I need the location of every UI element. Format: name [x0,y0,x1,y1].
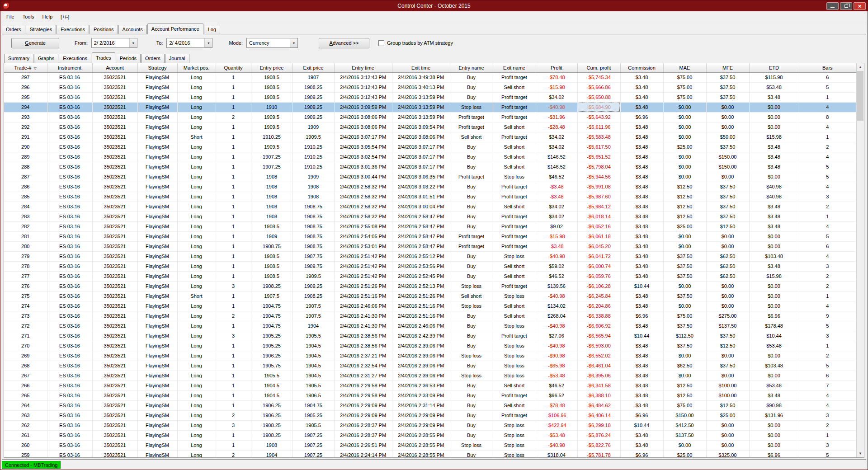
subtab-trades[interactable]: Trades [92,52,115,63]
menu-item-toggle[interactable]: [+/-] [57,13,73,21]
menu-item-tools[interactable]: Tools [19,13,38,21]
table-row-trade-289[interactable]: 289ES 03-1635023521FlayingSMLong11907.25… [4,152,856,162]
subtab-orders[interactable]: Orders [141,54,165,63]
tab-log[interactable]: Log [204,25,220,34]
advanced-button[interactable]: Advanced >> [319,38,369,48]
table-row-trade-284[interactable]: 284ES 03-1635023521FlayingSMLong11908190… [4,202,856,212]
menu-item-help[interactable]: Help [38,13,57,21]
table-row-trade-278[interactable]: 278ES 03-1635023521FlayingSMLong11908.51… [4,261,856,271]
table-row-trade-271[interactable]: 271ES 03-1635023521FlayingSMLong31905.25… [4,331,856,341]
column-header-cum-profit[interactable]: Cum. profit [577,63,620,72]
table-row-trade-266[interactable]: 266ES 03-1635023521FlayingSMLong11904.51… [4,381,856,390]
table-row-trade-275[interactable]: 275ES 03-1635023521FlayingSMShort11907.5… [4,291,856,301]
table-row-trade-291[interactable]: 291ES 03-1635023521FlayingSMShort11910.2… [4,132,856,142]
table-row-trade-282[interactable]: 282ES 03-1635023521FlayingSMLong11908.51… [4,221,856,231]
column-header-mfe[interactable]: MFE [706,63,749,72]
table-row-trade-273[interactable]: 273ES 03-1635023521FlayingSMLong21904.75… [4,311,856,321]
close-button[interactable]: × [854,2,866,10]
table-row-trade-288[interactable]: 288ES 03-1635023521FlayingSMLong11907.25… [4,162,856,172]
tab-positions[interactable]: Positions [90,25,118,34]
vertical-scrollbar[interactable]: ▲ ▼ [856,63,864,457]
table-row-trade-263[interactable]: 263ES 03-1635023521FlayingSMLong21906.25… [4,410,856,420]
column-header-account[interactable]: Account [92,63,137,72]
subtab-periods[interactable]: Periods [116,54,141,63]
tab-orders[interactable]: Orders [2,25,25,34]
table-row-trade-262[interactable]: 262ES 03-1635023521FlayingSMLong31908.25… [4,420,856,430]
generate-button[interactable]: Generate [11,38,59,48]
column-header-entry-price[interactable]: Entry price [251,63,292,72]
table-row-trade-272[interactable]: 272ES 03-1635023521FlayingSMLong11904.75… [4,321,856,331]
table-row-trade-286[interactable]: 286ES 03-1635023521FlayingSMLong11908190… [4,182,856,192]
table-row-trade-267[interactable]: 267ES 03-1635023521FlayingSMLong11905.51… [4,371,856,381]
scrollbar-track[interactable] [857,121,864,450]
column-header-mae[interactable]: MAE [663,63,706,72]
scroll-up-icon[interactable]: ▲ [857,63,864,71]
group-trades-checkbox[interactable] [378,40,384,46]
column-header-exit-name[interactable]: Exit name [493,63,536,72]
column-header-market-pos[interactable]: Market pos. [177,63,216,72]
scrollbar-thumb[interactable] [857,71,863,121]
table-row-trade-297[interactable]: 297ES 03-1635023521FlayingSMLong11908.51… [4,72,856,82]
from-dropdown-icon[interactable]: ▼ [129,38,137,47]
table-row-trade-290[interactable]: 290ES 03-1635023521FlayingSMLong11909.51… [4,142,856,152]
mode-combobox[interactable]: Currency ▼ [246,38,298,48]
table-row-trade-281[interactable]: 281ES 03-1635023521FlayingSMLong11909190… [4,231,856,241]
tab-strategies[interactable]: Strategies [26,25,57,34]
table-row-trade-295[interactable]: 295ES 03-1635023521FlayingSMLong11908.51… [4,92,856,102]
column-header-instrument[interactable]: Instrument [47,63,92,72]
table-row-trade-268[interactable]: 268ES 03-1635023521FlayingSMLong11905.75… [4,361,856,371]
tab-account-performance[interactable]: Account Performance [147,24,203,34]
app-icon[interactable] [3,3,10,9]
table-row-trade-274[interactable]: 274ES 03-1635023521FlayingSMLong11904.75… [4,301,856,311]
group-trades-checkbox-label[interactable]: Group trades by ATM strategy [387,40,453,46]
table-row-trade-269[interactable]: 269ES 03-1635023521FlayingSMLong11906.25… [4,351,856,361]
table-row-trade-277[interactable]: 277ES 03-1635023521FlayingSMLong11908.51… [4,271,856,281]
table-row-trade-293[interactable]: 293ES 03-1635023521FlayingSMLong21909.51… [4,112,856,122]
column-header-etd[interactable]: ETD [749,63,799,72]
scroll-down-icon[interactable]: ▼ [857,450,864,457]
column-header-strategy[interactable]: Strategy [137,63,177,72]
table-row-trade-261[interactable]: 261ES 03-1635023521FlayingSMLong11908.25… [4,430,856,440]
table-row-trade-276[interactable]: 276ES 03-1635023521FlayingSMLong31908.25… [4,281,856,291]
tab-executions[interactable]: Executions [57,25,89,34]
column-header-quantity[interactable]: Quantity [216,63,251,72]
cell-bars: 3 [799,331,856,341]
table-row-trade-265[interactable]: 265ES 03-1635023521FlayingSMLong11904.51… [4,390,856,400]
table-row-trade-259[interactable]: 259ES 03-1635023521FlayingSMLong21904190… [4,450,856,457]
subtab-journal[interactable]: Journal [165,54,189,63]
column-header-commission[interactable]: Commission [620,63,663,72]
table-row-trade-279[interactable]: 279ES 03-1635023521FlayingSMLong11908.51… [4,251,856,261]
title-bar[interactable]: Control Center - October 2015 × [0,0,868,11]
from-date-picker[interactable]: 2/ 2/2016 ▼ [91,38,137,48]
column-header-profit[interactable]: Profit [536,63,577,72]
mode-dropdown-icon[interactable]: ▼ [290,38,297,47]
tab-accounts[interactable]: Accounts [118,25,147,34]
menu-item-file[interactable]: File [2,13,19,21]
column-header-bars[interactable]: Bars [799,63,856,72]
column-header-entry-time[interactable]: Entry time [334,63,392,72]
subtab-executions[interactable]: Executions [59,54,91,63]
table-row-trade-264[interactable]: 264ES 03-1635023521FlayingSMLong11906.25… [4,400,856,410]
minimize-button[interactable] [826,2,839,10]
table-row-trade-285[interactable]: 285ES 03-1635023521FlayingSMLong11908190… [4,192,856,202]
table-row-trade-283[interactable]: 283ES 03-1635023521FlayingSMLong11908190… [4,212,856,221]
table-row-trade-296[interactable]: 296ES 03-1635023521FlayingSMLong11908.51… [4,82,856,92]
subtab-summary[interactable]: Summary [4,54,33,63]
cell-profit: -$40.98 [536,440,577,450]
table-row-trade-270[interactable]: 270ES 03-1635023521FlayingSMLong11905.25… [4,341,856,351]
table-row-trade-294[interactable]: 294ES 03-1635023521FlayingSMLong11910190… [4,102,856,112]
table-row-trade-280[interactable]: 280ES 03-1635023521FlayingSMLong11908.75… [4,241,856,251]
column-header-exit-price[interactable]: Exit price [292,63,334,72]
cell-entry-price: 1908.5 [251,221,292,231]
table-row-trade-260[interactable]: 260ES 03-1635023521FlayingSMLong11908190… [4,440,856,450]
column-header-exit-time[interactable]: Exit time [392,63,450,72]
to-dropdown-icon[interactable]: ▼ [204,38,212,47]
column-header-entry-name[interactable]: Entry name [450,63,493,72]
to-date-picker[interactable]: 2/ 4/2016 ▼ [166,38,212,48]
table-row-trade-287[interactable]: 287ES 03-1635023521FlayingSMLong11908190… [4,172,856,182]
column-header-trade[interactable]: Trade-#▽ [4,63,47,72]
restore-button[interactable] [840,2,852,10]
cell-exit-price: 1909.25 [292,281,334,291]
subtab-graphs[interactable]: Graphs [34,54,58,63]
table-row-trade-292[interactable]: 292ES 03-1635023521FlayingSMLong11909.51… [4,122,856,132]
